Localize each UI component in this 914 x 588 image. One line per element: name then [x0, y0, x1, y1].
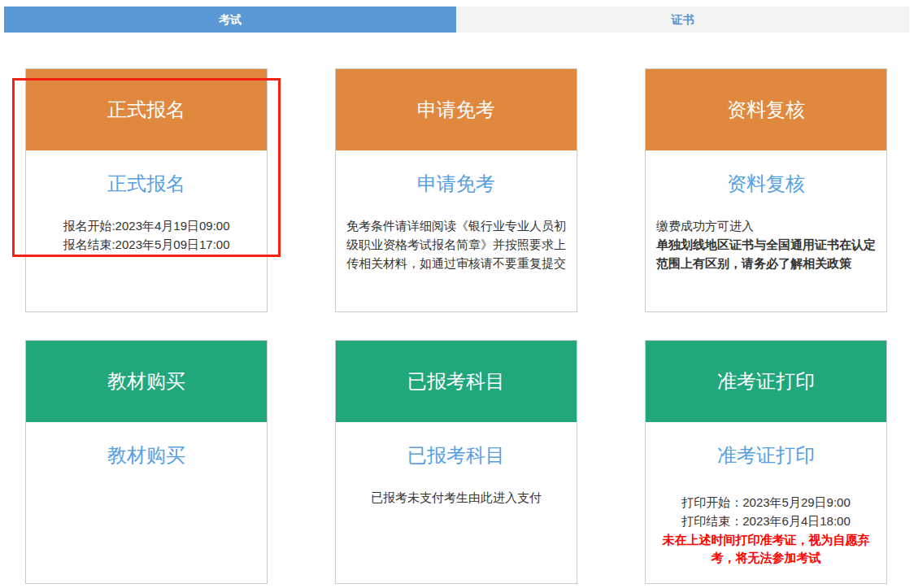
- card-textbook-purchase-header: 教材购买: [26, 341, 267, 422]
- registered-subjects-link[interactable]: 已报考科目: [407, 442, 505, 468]
- payment-required-note: 缴费成功方可进入: [656, 216, 876, 235]
- print-deadline-warning: 未在上述时间打印准考证，视为自愿弃考，将无法参加考试: [656, 531, 876, 567]
- unpaid-payment-note: 已报考未支付考生由此进入支付: [346, 488, 566, 507]
- registration-dates: 报名开始:2023年4月19日09:00 报名结束:2023年5月09日17:0…: [37, 216, 256, 254]
- card-textbook-purchase: 教材购买 教材购买: [25, 340, 268, 584]
- card-exemption-application: 申请免考 申请免考 免考条件请详细阅读《银行业专业人员初级职业资格考试报名简章》…: [335, 68, 577, 312]
- card-body: 准考证打印 打印开始：2023年5月29日9:00 打印结束：2023年6月4日…: [646, 422, 886, 567]
- card-title: 申请免考: [417, 97, 495, 123]
- tab-exam[interactable]: 考试: [4, 7, 456, 33]
- material-review-note: 缴费成功方可进入 单独划线地区证书与全国通用证书在认定范围上有区别，请务必了解相…: [656, 216, 876, 272]
- card-admission-ticket-print-header: 准考证打印: [646, 341, 886, 422]
- material-review-link[interactable]: 资料复核: [727, 171, 805, 197]
- card-admission-ticket-print: 准考证打印 准考证打印 打印开始：2023年5月29日9:00 打印结束：202…: [645, 340, 887, 584]
- card-body: 教材购买: [26, 422, 267, 468]
- card-formal-registration-header: 正式报名: [26, 69, 267, 150]
- card-registered-subjects-header: 已报考科目: [336, 341, 577, 422]
- card-body: 申请免考 免考条件请详细阅读《银行业专业人员初级职业资格考试报名简章》并按照要求…: [336, 150, 577, 272]
- card-registered-subjects: 已报考科目 已报考科目 已报考未支付考生由此进入支付: [335, 340, 577, 584]
- admission-ticket-print-link[interactable]: 准考证打印: [717, 442, 815, 468]
- certificate-policy-note: 单独划线地区证书与全国通用证书在认定范围上有区别，请务必了解相关政策: [656, 235, 876, 272]
- formal-registration-link[interactable]: 正式报名: [107, 171, 185, 197]
- registration-end-date: 报名结束:2023年5月09日17:00: [37, 235, 256, 254]
- print-dates: 打印开始：2023年5月29日9:00 打印结束：2023年6月4日18:00: [656, 493, 876, 530]
- card-title: 资料复核: [727, 97, 805, 123]
- exemption-note: 免考条件请详细阅读《银行业专业人员初级职业资格考试报名简章》并按照要求上传相关材…: [346, 216, 566, 272]
- exemption-application-link[interactable]: 申请免考: [417, 171, 495, 197]
- card-material-review-header: 资料复核: [646, 69, 886, 150]
- textbook-purchase-link[interactable]: 教材购买: [107, 442, 185, 468]
- card-body: 正式报名 报名开始:2023年4月19日09:00 报名结束:2023年5月09…: [26, 150, 267, 254]
- registration-start-date: 报名开始:2023年4月19日09:00: [37, 216, 256, 235]
- print-start-date: 打印开始：2023年5月29日9:00: [656, 493, 876, 512]
- card-formal-registration: 正式报名 正式报名 报名开始:2023年4月19日09:00 报名结束:2023…: [25, 68, 268, 312]
- card-body: 资料复核 缴费成功方可进入 单独划线地区证书与全国通用证书在认定范围上有区别，请…: [646, 150, 886, 272]
- card-title: 教材购买: [107, 368, 185, 394]
- print-end-date: 打印结束：2023年6月4日18:00: [656, 512, 876, 530]
- tab-certificate[interactable]: 证书: [456, 7, 909, 33]
- card-title: 准考证打印: [717, 368, 815, 394]
- card-exemption-application-header: 申请免考: [336, 69, 577, 150]
- card-body: 已报考科目 已报考未支付考生由此进入支付: [336, 422, 577, 507]
- card-title: 已报考科目: [407, 368, 505, 394]
- card-title: 正式报名: [107, 97, 185, 123]
- card-material-review: 资料复核 资料复核 缴费成功方可进入 单独划线地区证书与全国通用证书在认定范围上…: [645, 68, 887, 312]
